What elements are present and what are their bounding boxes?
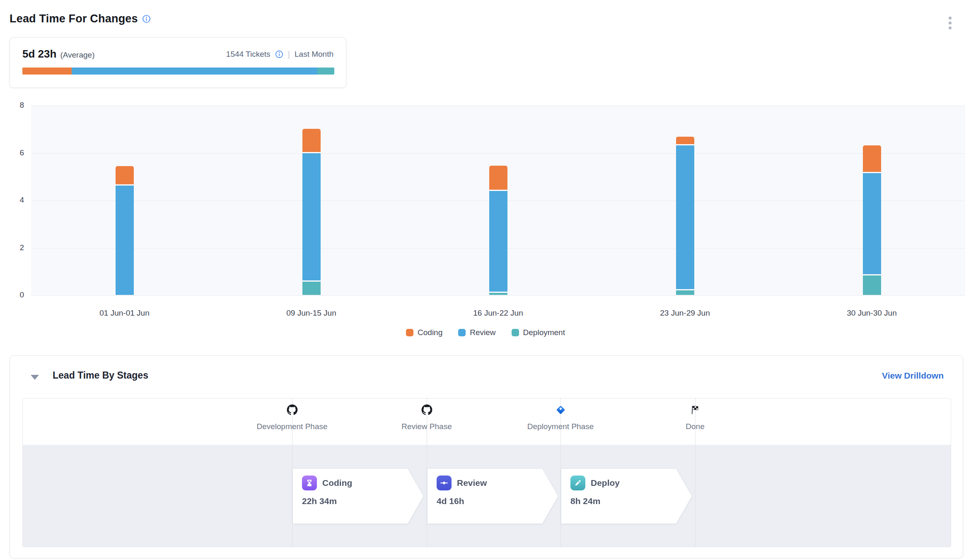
average-label: (Average) <box>60 51 94 60</box>
legend-label: Review <box>470 328 495 337</box>
caret-down-icon[interactable] <box>31 375 39 380</box>
bar-stack-5[interactable] <box>863 145 881 295</box>
legend-item-deployment[interactable]: Deployment <box>512 328 565 337</box>
bar-segment-review <box>302 153 321 280</box>
rocket-icon <box>570 476 585 490</box>
y-axis-tick-label: 4 <box>0 196 24 205</box>
stage-title: Deploy <box>591 478 620 488</box>
stage-duration-value: 22h 34m <box>302 496 423 506</box>
stage-card-body: Deploy8h 24m <box>561 469 692 524</box>
bar-stack-4[interactable] <box>676 137 694 295</box>
stage-title: Review <box>457 478 487 488</box>
bar-segment-review <box>676 145 694 289</box>
widget-header: Lead Time For Changes <box>10 12 151 25</box>
average-value: 5d 23h <box>22 48 56 60</box>
chart-legend: CodingReviewDeployment <box>0 328 971 337</box>
y-axis-tick-label: 6 <box>0 148 24 157</box>
phase-label: Development Phase <box>256 422 327 431</box>
x-axis-tick-label: 09 Jun-15 Jun <box>266 309 357 318</box>
stage-duration-value: 4d 16h <box>437 496 558 506</box>
y-axis-tick-label: 8 <box>0 101 24 110</box>
gridline-y6 <box>31 153 965 154</box>
y-axis-tick-label: 2 <box>0 243 24 252</box>
legend-item-coding[interactable]: Coding <box>406 328 442 337</box>
stages-title: Lead Time By Stages <box>53 370 148 381</box>
bar-segment-coding <box>489 166 507 190</box>
period-label: Last Month <box>295 50 333 59</box>
stage-title: Coding <box>322 478 352 488</box>
y-axis-tick-label: 0 <box>0 290 24 299</box>
github-icon <box>287 404 298 417</box>
phase-column-4: Done <box>637 404 753 431</box>
lead-time-chart: CodingReviewDeployment 0246801 Jun-01 Ju… <box>0 95 971 344</box>
page-title: Lead Time For Changes <box>10 12 138 25</box>
bar-segment-review <box>863 173 881 274</box>
bar-segment-review <box>489 191 507 292</box>
bar-stack-3[interactable] <box>489 166 507 295</box>
tickets-count: 1544 Tickets <box>226 50 271 59</box>
chart-plot-area <box>31 106 965 295</box>
x-axis-tick-label: 01 Jun-01 Jun <box>79 309 170 318</box>
stage-table: Development PhaseReview PhaseDeployment … <box>22 398 951 547</box>
bar-segment-review <box>116 186 134 295</box>
x-axis-tick-label: 16 Jun-22 Jun <box>453 309 544 318</box>
bar-segment-coding <box>116 166 134 184</box>
lead-time-for-changes-widget: Lead Time For Changes 5d 23h (Average) 1… <box>0 0 971 560</box>
bar-segment-coding <box>863 145 881 172</box>
github-icon <box>421 404 432 417</box>
tickets-info-icon[interactable] <box>275 50 283 58</box>
separator: | <box>288 49 290 59</box>
stage-card-header: Review <box>437 476 558 490</box>
bar-segment-deployment <box>676 290 694 295</box>
phase-label: Done <box>686 422 704 431</box>
distribution-segment-review <box>72 68 317 75</box>
phase-label: Deployment Phase <box>527 422 594 431</box>
gridline-y0 <box>31 295 965 296</box>
legend-swatch-icon <box>512 329 519 336</box>
phase-label: Review Phase <box>401 422 452 431</box>
distribution-segment-coding <box>22 68 72 75</box>
stage-card-coding: Coding22h 34m <box>293 469 423 524</box>
hourglass-icon <box>302 476 317 490</box>
bar-segment-coding <box>676 137 694 144</box>
bar-stack-2[interactable] <box>302 129 321 295</box>
stage-duration-value: 8h 24m <box>570 496 692 506</box>
phase-column-2: Review Phase <box>369 404 485 431</box>
bar-stack-1[interactable] <box>116 166 134 295</box>
stage-card-body: Coding22h 34m <box>293 469 423 524</box>
lead-time-distribution-bar <box>22 68 334 75</box>
legend-item-review[interactable]: Review <box>458 328 495 337</box>
gridline-y8 <box>31 106 965 106</box>
distribution-segment-deployment <box>317 68 334 75</box>
lead-time-by-stages-panel: Lead Time By Stages View Drilldown Devel… <box>10 355 963 558</box>
bar-segment-deployment <box>302 282 321 295</box>
finish-flag-icon <box>690 404 701 417</box>
average-group: 5d 23h (Average) <box>22 48 94 60</box>
bar-segment-deployment <box>863 275 881 295</box>
bar-segment-deployment <box>489 293 507 295</box>
legend-swatch-icon <box>458 329 466 336</box>
jira-icon <box>555 404 566 417</box>
stages-panel-header: Lead Time By Stages View Drilldown <box>10 356 963 393</box>
stage-card-header: Deploy <box>570 476 692 490</box>
stage-card-review: Review4d 16h <box>428 469 558 524</box>
view-drilldown-link[interactable]: View Drilldown <box>882 371 944 381</box>
stage-card-body: Review4d 16h <box>428 469 558 524</box>
info-icon[interactable] <box>142 14 151 23</box>
phase-column-3: Deployment Phase <box>502 404 618 431</box>
stage-card-header: Coding <box>302 476 423 490</box>
kebab-menu-icon[interactable] <box>947 15 953 31</box>
summary-card: 5d 23h (Average) 1544 Tickets | Last Mon… <box>10 37 346 88</box>
stage-card-deploy: Deploy8h 24m <box>561 469 692 524</box>
summary-row: 5d 23h (Average) 1544 Tickets | Last Mon… <box>22 48 333 60</box>
bar-segment-coding <box>302 129 321 152</box>
tickets-group: 1544 Tickets | Last Month <box>226 49 333 59</box>
phase-column-1: Development Phase <box>234 404 350 431</box>
x-axis-tick-label: 23 Jun-29 Jun <box>640 309 731 318</box>
legend-swatch-icon <box>406 329 413 336</box>
x-axis-tick-label: 30 Jun-30 Jun <box>826 309 918 318</box>
legend-label: Coding <box>418 328 442 337</box>
commit-icon <box>437 476 452 490</box>
legend-label: Deployment <box>523 328 565 337</box>
